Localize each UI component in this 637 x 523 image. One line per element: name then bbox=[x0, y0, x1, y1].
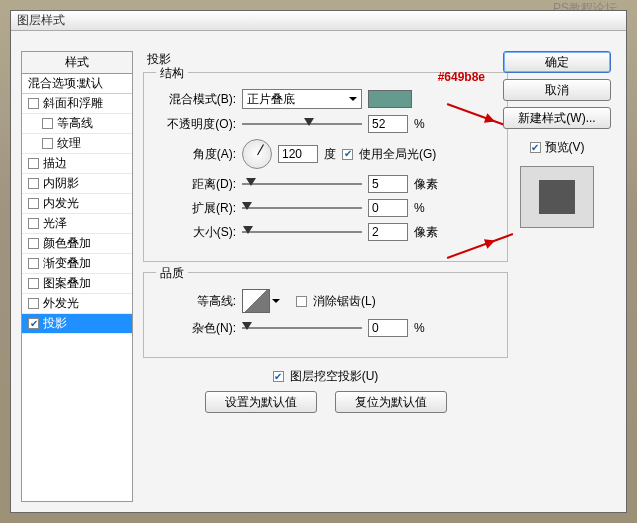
style-item-渐变叠加[interactable]: 渐变叠加 bbox=[22, 254, 132, 274]
style-label: 等高线 bbox=[57, 115, 93, 132]
style-checkbox[interactable] bbox=[28, 218, 39, 229]
blend-mode-select[interactable]: 正片叠底 bbox=[242, 89, 362, 109]
noise-input[interactable] bbox=[368, 319, 408, 337]
size-label: 大小(S): bbox=[152, 224, 236, 241]
spread-label: 扩展(R): bbox=[152, 200, 236, 217]
spread-unit: % bbox=[414, 201, 442, 215]
style-checkbox[interactable] bbox=[28, 298, 39, 309]
structure-group: 结构 #649b8e 混合模式(B): 正片叠底 不透明度(O): % 角度(A… bbox=[143, 72, 508, 262]
style-label: 描边 bbox=[43, 155, 67, 172]
preview-thumbnail bbox=[520, 166, 594, 228]
structure-legend: 结构 bbox=[156, 65, 188, 82]
style-label: 光泽 bbox=[43, 215, 67, 232]
blend-mode-label: 混合模式(B): bbox=[152, 91, 236, 108]
style-item-内阴影[interactable]: 内阴影 bbox=[22, 174, 132, 194]
style-label: 纹理 bbox=[57, 135, 81, 152]
style-item-颜色叠加[interactable]: 颜色叠加 bbox=[22, 234, 132, 254]
knockout-label: 图层挖空投影(U) bbox=[290, 368, 379, 385]
antialias-label: 消除锯齿(L) bbox=[313, 293, 376, 310]
angle-input[interactable] bbox=[278, 145, 318, 163]
style-checkbox[interactable] bbox=[28, 198, 39, 209]
global-light-checkbox[interactable] bbox=[342, 149, 353, 160]
style-checkbox[interactable] bbox=[28, 258, 39, 269]
distance-slider[interactable] bbox=[242, 178, 362, 190]
style-label: 外发光 bbox=[43, 295, 79, 312]
set-default-button[interactable]: 设置为默认值 bbox=[205, 391, 317, 413]
size-input[interactable] bbox=[368, 223, 408, 241]
angle-dial[interactable] bbox=[242, 139, 272, 169]
style-item-外发光[interactable]: 外发光 bbox=[22, 294, 132, 314]
style-checkbox[interactable] bbox=[28, 98, 39, 109]
opacity-unit: % bbox=[414, 117, 442, 131]
noise-slider[interactable] bbox=[242, 322, 362, 334]
contour-label: 等高线: bbox=[152, 293, 236, 310]
styles-list: 样式 混合选项:默认 斜面和浮雕等高线纹理描边内阴影内发光光泽颜色叠加渐变叠加图… bbox=[21, 51, 133, 502]
style-label: 内阴影 bbox=[43, 175, 79, 192]
blend-options-default[interactable]: 混合选项:默认 bbox=[22, 74, 132, 94]
cancel-button[interactable]: 取消 bbox=[503, 79, 611, 101]
opacity-label: 不透明度(O): bbox=[152, 116, 236, 133]
quality-legend: 品质 bbox=[156, 265, 188, 282]
style-checkbox[interactable] bbox=[42, 138, 53, 149]
style-item-内发光[interactable]: 内发光 bbox=[22, 194, 132, 214]
preview-checkbox[interactable] bbox=[530, 142, 541, 153]
opacity-slider[interactable] bbox=[242, 118, 362, 130]
style-checkbox[interactable] bbox=[28, 278, 39, 289]
style-item-纹理[interactable]: 纹理 bbox=[22, 134, 132, 154]
spread-slider[interactable] bbox=[242, 202, 362, 214]
window-title: 图层样式 bbox=[17, 12, 65, 29]
title-bar: 图层样式 bbox=[11, 11, 626, 31]
styles-header: 样式 bbox=[22, 52, 132, 74]
global-light-label: 使用全局光(G) bbox=[359, 146, 436, 163]
reset-default-button[interactable]: 复位为默认值 bbox=[335, 391, 447, 413]
opacity-input[interactable] bbox=[368, 115, 408, 133]
style-item-图案叠加[interactable]: 图案叠加 bbox=[22, 274, 132, 294]
quality-group: 品质 等高线: 消除锯齿(L) 杂色(N): % bbox=[143, 272, 508, 358]
style-label: 投影 bbox=[43, 315, 67, 332]
panel-title: 投影 bbox=[143, 51, 508, 68]
ok-button[interactable]: 确定 bbox=[503, 51, 611, 73]
style-label: 图案叠加 bbox=[43, 275, 91, 292]
noise-label: 杂色(N): bbox=[152, 320, 236, 337]
layer-style-dialog: 图层样式 样式 混合选项:默认 斜面和浮雕等高线纹理描边内阴影内发光光泽颜色叠加… bbox=[10, 10, 627, 513]
style-label: 内发光 bbox=[43, 195, 79, 212]
new-style-button[interactable]: 新建样式(W)... bbox=[503, 107, 611, 129]
size-unit: 像素 bbox=[414, 224, 442, 241]
style-checkbox[interactable] bbox=[42, 118, 53, 129]
style-checkbox[interactable] bbox=[28, 158, 39, 169]
preview-label: 预览(V) bbox=[545, 139, 585, 156]
style-item-描边[interactable]: 描边 bbox=[22, 154, 132, 174]
style-item-光泽[interactable]: 光泽 bbox=[22, 214, 132, 234]
hex-annotation: #649b8e bbox=[438, 70, 485, 84]
shadow-color-swatch[interactable] bbox=[368, 90, 412, 108]
style-label: 渐变叠加 bbox=[43, 255, 91, 272]
style-label: 斜面和浮雕 bbox=[43, 95, 103, 112]
style-label: 颜色叠加 bbox=[43, 235, 91, 252]
style-item-等高线[interactable]: 等高线 bbox=[22, 114, 132, 134]
knockout-checkbox[interactable] bbox=[273, 371, 284, 382]
noise-unit: % bbox=[414, 321, 442, 335]
distance-input[interactable] bbox=[368, 175, 408, 193]
style-checkbox[interactable] bbox=[28, 318, 39, 329]
size-slider[interactable] bbox=[242, 226, 362, 238]
style-item-投影[interactable]: 投影 bbox=[22, 314, 132, 334]
distance-label: 距离(D): bbox=[152, 176, 236, 193]
style-item-斜面和浮雕[interactable]: 斜面和浮雕 bbox=[22, 94, 132, 114]
angle-unit: 度 bbox=[324, 146, 336, 163]
spread-input[interactable] bbox=[368, 199, 408, 217]
antialias-checkbox[interactable] bbox=[296, 296, 307, 307]
style-checkbox[interactable] bbox=[28, 178, 39, 189]
contour-picker[interactable] bbox=[242, 289, 270, 313]
style-checkbox[interactable] bbox=[28, 238, 39, 249]
angle-label: 角度(A): bbox=[152, 146, 236, 163]
distance-unit: 像素 bbox=[414, 176, 442, 193]
